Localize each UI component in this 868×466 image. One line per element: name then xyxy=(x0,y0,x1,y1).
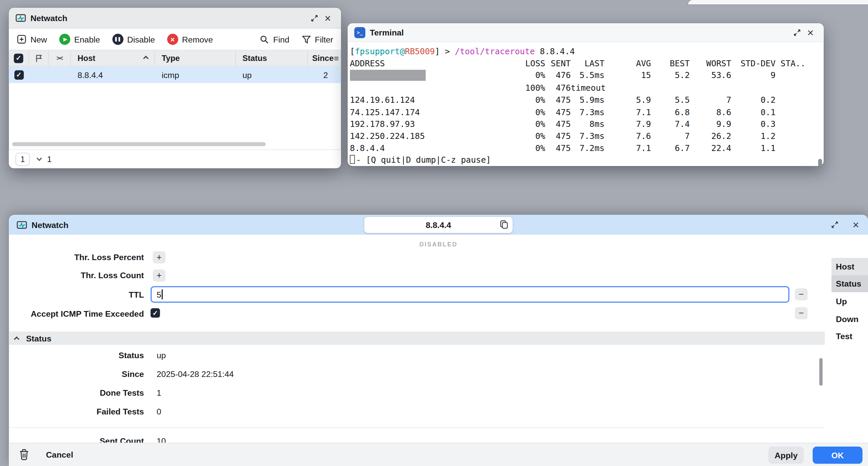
since-column-header[interactable]: Since ≡ xyxy=(308,50,341,66)
ttl-input[interactable]: 5 xyxy=(151,286,789,303)
window-title: Netwatch xyxy=(30,13,67,23)
delete-button[interactable] xyxy=(19,449,29,461)
add-thr-loss-percent-button[interactable]: + xyxy=(153,251,165,263)
terminal-cell-loss: 0% xyxy=(516,130,546,143)
apply-button[interactable]: Apply xyxy=(768,446,804,464)
since-label: Since xyxy=(9,369,144,379)
sort-ascending-icon xyxy=(143,55,148,61)
enable-button[interactable]: ▶ Enable xyxy=(59,34,100,45)
terminal-cell-sent: 475 xyxy=(545,119,570,130)
failed-tests-label: Failed Tests xyxy=(9,407,144,416)
background-window-edge[interactable] xyxy=(688,0,868,4)
remove-accept-icmp-button[interactable]: − xyxy=(795,307,808,319)
terminal-cell-last: 8ms xyxy=(570,119,604,130)
terminal-body[interactable]: [fpsupport@RB5009] > /tool/traceroute 8.… xyxy=(348,42,824,166)
terminal-cursor xyxy=(350,155,355,164)
side-tab-up[interactable]: Up xyxy=(832,292,868,310)
new-button[interactable]: New xyxy=(17,34,47,44)
desktop: Netwatch × New ▶ Enable xyxy=(0,0,868,466)
remove-ttl-button[interactable]: − xyxy=(795,288,808,300)
thr-loss-count-label: Thr. Loss Count xyxy=(9,271,144,281)
close-icon[interactable]: × xyxy=(849,218,863,231)
maximize-icon[interactable] xyxy=(308,11,321,25)
find-label: Find xyxy=(273,34,289,44)
page-number-box[interactable]: 1 xyxy=(16,152,30,166)
terminal-cell-address: 74.125.147.174 xyxy=(350,106,516,119)
side-tab-down[interactable]: Down xyxy=(832,310,868,328)
dialog-scrollbar[interactable] xyxy=(819,358,823,386)
side-tab-test[interactable]: Test xyxy=(832,328,868,345)
terminal-hint: - [Q quit|D dump|C-z pause] xyxy=(356,155,491,165)
status-section-title: Status xyxy=(26,334,52,343)
terminal-cell-sent: 476 xyxy=(545,82,570,94)
terminal-prompt-line: [fpsupport@RB5009] > /tool/traceroute 8.… xyxy=(350,46,818,58)
new-label: New xyxy=(30,34,47,44)
terminal-cell-status xyxy=(776,82,818,94)
cancel-button[interactable]: Cancel xyxy=(46,450,73,459)
terminal-cell-sent: 475 xyxy=(545,94,570,106)
host-column-header[interactable]: Host xyxy=(71,50,155,66)
add-thr-loss-count-button[interactable]: + xyxy=(153,270,165,282)
side-tab-host[interactable]: Host xyxy=(832,258,868,275)
close-icon[interactable]: × xyxy=(804,26,817,39)
select-all-checkbox[interactable]: ✓ xyxy=(9,50,29,66)
side-tab-status[interactable]: Status xyxy=(832,275,868,292)
terminal-cell-avg xyxy=(604,82,651,94)
column-menu-icon[interactable]: ≡ xyxy=(334,54,339,63)
horizontal-scrollbar[interactable] xyxy=(12,142,266,146)
netwatch-titlebar[interactable]: Netwatch × xyxy=(9,8,341,29)
filter-button[interactable]: Filter xyxy=(301,34,333,44)
netwatch-table-header: ✓ >< Host Type Status Since ≡ xyxy=(9,50,341,67)
terminal-cell-stddev: 0.1 xyxy=(732,106,776,119)
identity-value: 8.8.4.4 xyxy=(426,220,451,230)
status-column-label: Status xyxy=(243,54,267,62)
collapse-column-header[interactable]: >< xyxy=(49,50,71,66)
terminal-cell-address: 8.8.4.4 xyxy=(350,143,516,155)
terminal-cell-sent: 475 xyxy=(545,130,570,143)
remove-icon: × xyxy=(167,34,178,45)
accept-icmp-checkbox[interactable]: ✓ xyxy=(151,308,160,318)
terminal-cell-worst: 9.9 xyxy=(690,119,732,130)
status-column-header[interactable]: Status xyxy=(236,50,308,66)
type-column-header[interactable]: Type xyxy=(155,50,236,66)
terminal-titlebar[interactable]: >_ Terminal × xyxy=(348,23,824,42)
chevron-up-icon xyxy=(14,336,20,341)
ttl-label: TTL xyxy=(9,290,144,300)
section-divider xyxy=(9,427,825,428)
terminal-cell-loss: 0% xyxy=(516,106,546,119)
copy-icon[interactable] xyxy=(499,220,509,230)
terminal-cell-address: 192.178.97.93 xyxy=(350,119,516,130)
maximize-icon[interactable] xyxy=(828,218,841,231)
disable-button[interactable]: Disable xyxy=(112,34,155,45)
new-icon xyxy=(17,34,27,44)
dialog-titlebar[interactable]: Netwatch 8.8.4.4 × xyxy=(9,215,868,235)
find-button[interactable]: Find xyxy=(260,34,289,44)
enable-label: Enable xyxy=(74,34,100,44)
chevron-down-icon[interactable] xyxy=(36,156,42,161)
status-section-header[interactable]: Status xyxy=(9,332,825,345)
disable-label: Disable xyxy=(127,34,155,44)
failed-tests-value: 0 xyxy=(157,407,161,416)
row-checkbox[interactable]: ✓ xyxy=(9,66,29,83)
terminal-cell-worst: 8.6 xyxy=(690,106,732,119)
terminal-scrollbar[interactable] xyxy=(818,159,822,166)
terminal-rows: 0%4765.5ms155.253.69100%476timeout124.19… xyxy=(350,70,818,155)
netwatch-app-icon xyxy=(16,13,26,23)
status-value: up xyxy=(157,350,166,360)
terminal-cell-stddev: 1.2 xyxy=(732,130,776,143)
table-row[interactable]: ✓ 8.8.4.4 icmp up 2 xyxy=(9,66,341,83)
close-icon[interactable]: × xyxy=(321,11,335,25)
terminal-cell-sent: 476 xyxy=(545,70,570,83)
flag-column-header[interactable] xyxy=(29,50,49,66)
total-pages: 1 xyxy=(47,154,52,164)
terminal-cell-address xyxy=(350,82,516,94)
terminal-cell-stddev: 1.1 xyxy=(732,143,776,155)
filter-label: Filter xyxy=(315,34,333,44)
identity-field[interactable]: 8.8.4.4 xyxy=(364,217,513,233)
maximize-icon[interactable] xyxy=(790,26,804,39)
remove-button[interactable]: × Remove xyxy=(167,34,213,45)
terminal-cell-best: 7.4 xyxy=(651,119,690,130)
text-cursor xyxy=(162,289,162,300)
terminal-cell-avg: 7.1 xyxy=(604,143,651,155)
ok-button[interactable]: OK xyxy=(813,446,863,464)
